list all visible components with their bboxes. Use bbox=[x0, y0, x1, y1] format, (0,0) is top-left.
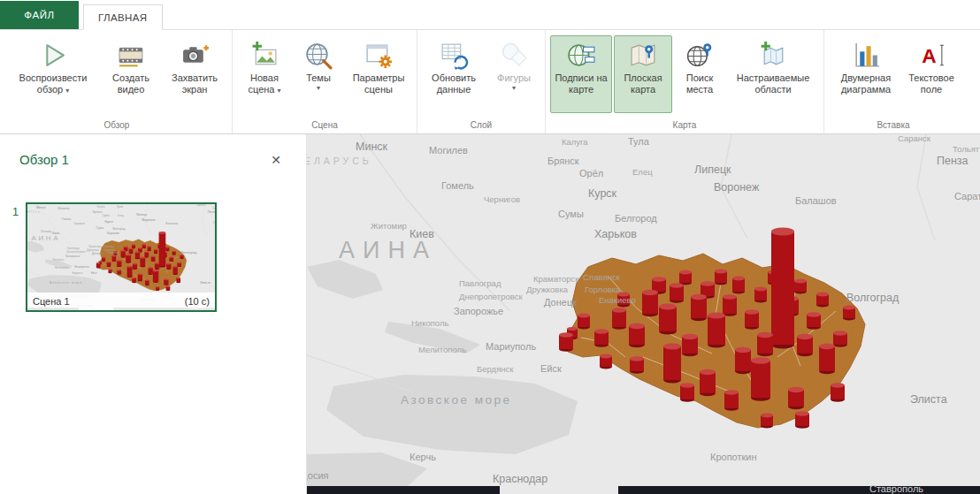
custom-regions-button[interactable]: Настраиваемые области bbox=[727, 35, 819, 113]
data-cylinder[interactable] bbox=[156, 286, 159, 291]
data-cylinder[interactable] bbox=[788, 387, 804, 409]
scene-options-button[interactable]: Параметры сцены bbox=[345, 35, 412, 113]
scene-thumbnail[interactable]: БЕЛАРУСЬМинскМогилевКалугаТулаСаранскТол… bbox=[26, 202, 217, 312]
capture-screen-button[interactable]: Захватить экран bbox=[162, 35, 227, 113]
data-cylinder[interactable] bbox=[140, 256, 145, 267]
data-cylinder[interactable] bbox=[133, 263, 137, 270]
data-cylinder[interactable] bbox=[559, 332, 573, 352]
data-cylinder[interactable] bbox=[761, 414, 773, 429]
data-cylinder[interactable] bbox=[166, 263, 171, 270]
data-cylinder[interactable] bbox=[166, 285, 171, 291]
text-box-button[interactable]: АТекстовое поле bbox=[905, 35, 958, 113]
data-cylinder[interactable] bbox=[700, 369, 716, 396]
data-cylinder[interactable] bbox=[148, 267, 152, 275]
data-cylinder[interactable] bbox=[144, 251, 149, 257]
flat-map-button[interactable]: Плоская карта bbox=[614, 35, 672, 113]
data-cylinder[interactable] bbox=[659, 304, 677, 335]
data-cylinder[interactable] bbox=[117, 270, 121, 275]
data-cylinder[interactable] bbox=[180, 255, 183, 259]
data-cylinder[interactable] bbox=[600, 354, 612, 369]
data-cylinder[interactable] bbox=[148, 246, 151, 251]
data-cylinder[interactable] bbox=[831, 383, 845, 402]
tab-home[interactable]: ГЛАВНАЯ bbox=[83, 4, 163, 30]
create-video-button[interactable]: Создать видео bbox=[102, 35, 160, 113]
find-location-button[interactable]: Поиск места bbox=[674, 35, 725, 113]
map-canvas[interactable]: БЕЛАРУСЬМинскМогилевКалугаТулаСаранскТол… bbox=[307, 134, 980, 494]
data-cylinder[interactable] bbox=[107, 262, 111, 267]
data-cylinder[interactable] bbox=[843, 306, 855, 321]
data-cylinder[interactable] bbox=[819, 344, 835, 374]
data-cylinder[interactable] bbox=[176, 277, 180, 283]
ribbon-group-buttons: Подписи на картеПлоская картаПоиск места… bbox=[549, 30, 820, 119]
data-cylinder[interactable] bbox=[169, 256, 173, 262]
data-cylinder[interactable] bbox=[732, 277, 745, 294]
data-cylinder[interactable] bbox=[663, 344, 681, 384]
shapes-button[interactable]: Фигуры▾ bbox=[487, 35, 540, 113]
data-cylinder[interactable] bbox=[126, 254, 131, 262]
data-cylinder[interactable] bbox=[153, 270, 158, 283]
data-cylinder[interactable] bbox=[155, 262, 159, 270]
data-cylinder[interactable] bbox=[833, 331, 847, 347]
chart-2d-button[interactable]: Двумерная диаграмма bbox=[829, 35, 903, 113]
data-cylinder[interactable] bbox=[797, 334, 813, 356]
data-cylinder[interactable] bbox=[111, 255, 116, 262]
data-cylinder[interactable] bbox=[642, 290, 658, 316]
data-cylinder[interactable] bbox=[117, 260, 121, 267]
data-cylinder[interactable] bbox=[142, 244, 146, 248]
data-cylinder[interactable] bbox=[129, 248, 134, 255]
map-label: Чернигов bbox=[74, 222, 86, 225]
data-cylinder[interactable] bbox=[771, 227, 794, 348]
close-icon[interactable]: ✕ bbox=[271, 154, 281, 166]
data-cylinder[interactable] bbox=[132, 277, 136, 283]
themes-button[interactable]: Темы▾ bbox=[294, 35, 343, 113]
data-cylinder[interactable] bbox=[172, 266, 177, 275]
data-cylinder[interactable] bbox=[164, 278, 168, 285]
data-cylinder[interactable] bbox=[691, 294, 707, 321]
data-cylinder[interactable] bbox=[102, 257, 105, 262]
data-cylinder[interactable] bbox=[715, 270, 727, 285]
button-label: Параметры сцены bbox=[348, 72, 410, 95]
map-labels-button[interactable]: Подписи на карте bbox=[550, 35, 612, 113]
refresh-data-button[interactable]: Обновить данные bbox=[422, 35, 486, 113]
data-cylinder[interactable] bbox=[757, 332, 773, 356]
tab-file[interactable]: ФАЙЛ bbox=[0, 1, 79, 29]
data-cylinder[interactable] bbox=[724, 390, 739, 411]
data-cylinder[interactable] bbox=[794, 279, 807, 294]
data-cylinder[interactable] bbox=[578, 314, 590, 330]
data-cylinder[interactable] bbox=[135, 251, 140, 259]
data-cylinder[interactable] bbox=[612, 308, 626, 330]
data-cylinder[interactable] bbox=[151, 255, 156, 262]
data-cylinder[interactable] bbox=[165, 247, 169, 251]
data-cylinder[interactable] bbox=[108, 269, 111, 273]
data-cylinder[interactable] bbox=[735, 347, 751, 374]
data-cylinder[interactable] bbox=[177, 262, 181, 267]
data-cylinder[interactable] bbox=[807, 312, 821, 330]
play-tour-button[interactable]: Воспроизвести обзор ▾ bbox=[6, 35, 100, 113]
data-cylinder[interactable] bbox=[629, 323, 645, 347]
data-cylinder[interactable] bbox=[680, 383, 694, 402]
data-cylinder[interactable] bbox=[172, 251, 176, 255]
map-label: Липецк bbox=[694, 163, 731, 176]
data-cylinder[interactable] bbox=[723, 294, 737, 316]
data-cylinder[interactable] bbox=[816, 293, 829, 308]
data-cylinder[interactable] bbox=[138, 273, 142, 281]
data-cylinder[interactable] bbox=[708, 313, 725, 348]
new-scene-button[interactable]: Новая сцена ▾ bbox=[237, 35, 292, 113]
data-cylinder[interactable] bbox=[682, 334, 698, 356]
data-cylinder[interactable] bbox=[751, 357, 770, 401]
data-cylinder[interactable] bbox=[679, 270, 692, 285]
data-cylinder[interactable] bbox=[132, 244, 135, 248]
data-cylinder[interactable] bbox=[670, 283, 684, 303]
data-cylinder[interactable] bbox=[594, 329, 609, 347]
data-cylinder[interactable] bbox=[154, 249, 157, 254]
data-cylinder[interactable] bbox=[745, 309, 759, 330]
data-cylinder[interactable] bbox=[96, 262, 101, 268]
map-label: Никополь bbox=[53, 258, 65, 262]
data-cylinder[interactable] bbox=[630, 356, 644, 374]
data-cylinder[interactable] bbox=[145, 279, 149, 285]
data-cylinder[interactable] bbox=[127, 266, 133, 277]
data-cylinder[interactable] bbox=[121, 250, 126, 258]
data-cylinder[interactable] bbox=[159, 232, 166, 267]
data-cylinder[interactable] bbox=[754, 287, 767, 303]
data-cylinder[interactable] bbox=[795, 411, 809, 429]
